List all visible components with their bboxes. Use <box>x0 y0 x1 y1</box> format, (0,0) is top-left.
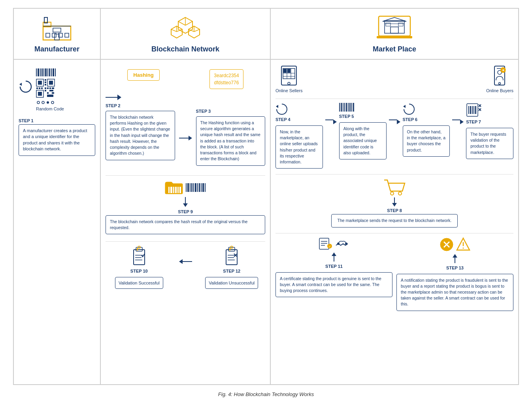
qr-code-icon <box>36 79 55 98</box>
factory-icon <box>41 14 73 42</box>
svg-rect-83 <box>205 183 206 192</box>
svg-rect-56 <box>47 92 49 94</box>
step6-text: On the other hand, in the marketplace, a… <box>407 129 445 152</box>
step5-label: STEP 5 <box>339 114 387 119</box>
step12-box: Validation Unsuccessful <box>205 277 258 289</box>
hashing-label: Hashing <box>133 72 153 78</box>
step7-text: The buyer requests validation of the pro… <box>470 132 506 155</box>
svg-rect-59 <box>47 95 53 97</box>
svg-rect-127 <box>468 106 469 114</box>
step2-box: The blockchain network performs Hashing … <box>106 111 175 160</box>
svg-rect-75 <box>190 183 191 192</box>
svg-rect-124 <box>353 103 354 112</box>
svg-point-108 <box>288 82 290 85</box>
svg-rect-78 <box>195 183 196 192</box>
svg-rect-67 <box>168 187 170 193</box>
step7-label: STEP 7 <box>466 119 513 124</box>
svg-rect-116 <box>339 103 340 112</box>
manufacturer-header: Manufacturer <box>14 9 101 59</box>
svg-rect-37 <box>47 68 48 76</box>
svg-line-12 <box>178 21 185 25</box>
handshake-icon <box>335 237 349 250</box>
manufacturer-title: Manufacturer <box>34 45 79 53</box>
step12-label: STEP 12 <box>223 269 240 273</box>
step2-label: STEP 2 <box>106 103 175 108</box>
svg-line-16 <box>171 29 177 32</box>
svg-rect-130 <box>474 106 474 114</box>
hash-value-box: 3eardc2354dfdstteo776 <box>209 69 243 89</box>
svg-rect-82 <box>202 183 204 192</box>
svg-rect-69 <box>173 187 174 193</box>
step3-text: The Hashing function using a secure algo… <box>200 120 260 161</box>
certificate-icon: ✓ <box>319 237 333 250</box>
svg-rect-119 <box>344 103 345 112</box>
svg-rect-128 <box>470 106 471 114</box>
online-buyers-icon: ✦✦ <box>489 65 510 87</box>
blockchain-icon <box>170 14 201 42</box>
blockchain-title: Blockchain Network <box>151 45 219 53</box>
svg-rect-76 <box>191 183 192 192</box>
svg-rect-43 <box>38 81 42 85</box>
blockchain-column: Hashing 3eardc2354dfdstteo776 STEP 2 The <box>101 60 271 384</box>
svg-rect-36 <box>45 68 47 76</box>
svg-rect-72 <box>179 187 181 193</box>
svg-rect-38 <box>49 68 50 76</box>
step2-text: The blockchain network performs Hashing … <box>110 115 170 155</box>
svg-point-65 <box>47 101 49 104</box>
marketplace-icon <box>375 14 414 42</box>
svg-rect-107 <box>287 69 291 73</box>
svg-rect-62 <box>41 87 43 89</box>
step9-text: The blockchain network compares the hash… <box>110 219 247 230</box>
barcode3-icon <box>339 103 355 112</box>
svg-rect-79 <box>197 183 198 192</box>
upload-refresh-icon <box>275 103 288 115</box>
svg-rect-47 <box>38 92 42 96</box>
svg-rect-60 <box>36 87 38 89</box>
svg-rect-31 <box>36 68 37 76</box>
clipboard-check-icon <box>130 247 148 266</box>
svg-rect-84 <box>134 250 145 265</box>
svg-rect-27 <box>386 23 391 26</box>
svg-point-151 <box>463 247 464 248</box>
step13-text: A notification stating the product is fr… <box>401 278 508 307</box>
step6-box: On the other hand, in the marketplace, a… <box>403 125 450 157</box>
svg-marker-30 <box>19 83 22 86</box>
step8-box: The marketplace sends the request to the… <box>331 214 458 227</box>
svg-rect-39 <box>51 68 52 76</box>
svg-rect-52 <box>47 87 49 89</box>
step10-label: STEP 10 <box>130 269 148 273</box>
svg-rect-93 <box>229 248 230 250</box>
step6-label: STEP 6 <box>403 117 450 122</box>
svg-rect-73 <box>186 183 187 192</box>
svg-rect-80 <box>199 183 200 192</box>
folder-icon <box>164 180 183 195</box>
step4-text: Now, in the marketplace, an online selle… <box>280 129 318 164</box>
sellers-buyers-row: Online Sellers ✦✦ <box>275 65 513 93</box>
svg-rect-86 <box>137 248 138 250</box>
svg-rect-61 <box>39 87 40 89</box>
svg-point-144 <box>337 243 340 245</box>
step8-label: STEP 8 <box>331 208 458 213</box>
svg-rect-54 <box>52 87 54 89</box>
step5-text: Along with the product, the associated u… <box>343 126 377 155</box>
step3-box: The Hashing function using a secure algo… <box>196 116 266 166</box>
step9-label: STEP 9 <box>106 209 265 214</box>
step13-box: A notification stating the product is fr… <box>396 274 513 311</box>
svg-rect-2 <box>46 33 50 37</box>
figure-caption: Fig. 4: How Blockchain Technology Works <box>218 391 314 397</box>
step8-text: The marketplace sends the request to the… <box>338 218 452 223</box>
svg-text:✓: ✓ <box>328 245 331 248</box>
svg-rect-57 <box>49 90 53 91</box>
svg-rect-41 <box>55 68 56 76</box>
svg-rect-26 <box>391 27 398 33</box>
step13-label: STEP 13 <box>396 265 513 270</box>
online-sellers-icon <box>278 65 300 87</box>
svg-marker-115 <box>276 105 278 108</box>
svg-rect-117 <box>341 103 342 112</box>
diagram-wrapper: Manufacturer Blockc <box>13 8 519 385</box>
svg-line-21 <box>194 29 200 32</box>
svg-rect-70 <box>175 187 177 193</box>
step10-box: Validation Successful <box>115 277 163 289</box>
marketplace-title: Market Place <box>373 45 416 53</box>
barcode-icon <box>36 68 57 76</box>
